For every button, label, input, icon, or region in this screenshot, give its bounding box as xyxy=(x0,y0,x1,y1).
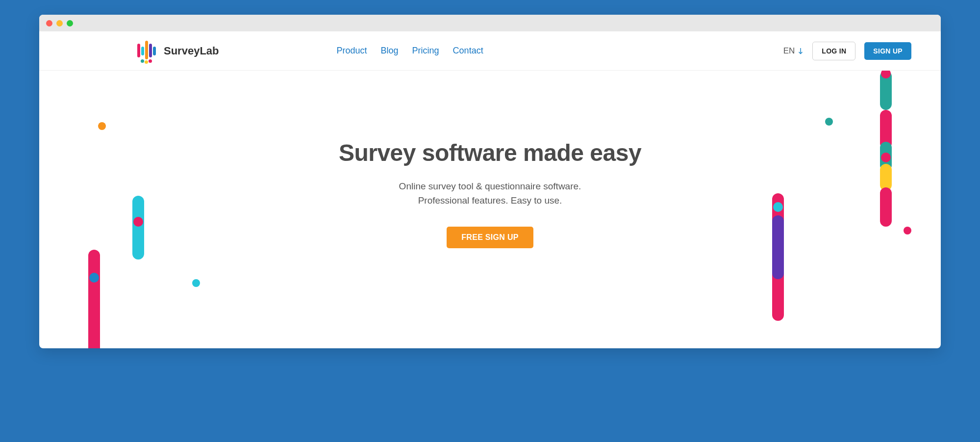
window-titlebar xyxy=(39,15,941,31)
window-minimize-icon[interactable] xyxy=(56,20,63,26)
language-label: EN xyxy=(783,46,795,56)
hero-section: Survey software made easy Online survey … xyxy=(39,71,941,348)
brand-logo[interactable]: SurveyLab xyxy=(137,40,219,62)
language-switcher[interactable]: EN xyxy=(783,46,804,56)
arrow-down-icon xyxy=(798,48,804,54)
deco-pill-icon xyxy=(880,187,892,227)
header-actions: EN LOG IN SIGN UP xyxy=(783,42,911,60)
primary-nav: Product Blog Pricing Contact xyxy=(337,46,483,56)
deco-pill-icon xyxy=(772,215,784,279)
deco-dot-icon xyxy=(98,122,106,130)
hero-subtitle: Online survey tool & questionnaire softw… xyxy=(399,179,581,208)
deco-dot-icon xyxy=(825,118,833,126)
deco-dot-icon xyxy=(881,153,891,162)
deco-pill-icon xyxy=(880,164,892,191)
deco-pill-icon xyxy=(88,250,100,348)
login-button[interactable]: LOG IN xyxy=(812,42,855,60)
deco-dot-icon xyxy=(192,279,200,287)
hero-title: Survey software made easy xyxy=(339,139,641,166)
brand-name: SurveyLab xyxy=(164,45,219,57)
hero-subtitle-line2: Professional features. Easy to use. xyxy=(418,195,562,206)
hero-subtitle-line1: Online survey tool & questionnaire softw… xyxy=(399,181,581,191)
nav-pricing[interactable]: Pricing xyxy=(412,46,439,56)
deco-pill-icon xyxy=(132,196,144,260)
deco-dot-icon xyxy=(133,217,143,227)
window-maximize-icon[interactable] xyxy=(67,20,73,26)
browser-window: SurveyLab Product Blog Pricing Contact E… xyxy=(39,15,941,348)
brand-logo-icon xyxy=(137,40,159,62)
window-close-icon[interactable] xyxy=(46,20,52,26)
deco-dot-icon xyxy=(773,202,783,212)
free-signup-button[interactable]: FREE SIGN UP xyxy=(447,227,533,248)
site-header: SurveyLab Product Blog Pricing Contact E… xyxy=(39,31,941,71)
nav-product[interactable]: Product xyxy=(337,46,367,56)
deco-dot-icon xyxy=(89,273,99,283)
signup-button[interactable]: SIGN UP xyxy=(864,42,911,60)
deco-dot-icon xyxy=(904,227,911,234)
nav-contact[interactable]: Contact xyxy=(453,46,483,56)
nav-blog[interactable]: Blog xyxy=(381,46,399,56)
deco-dot-icon xyxy=(881,130,891,139)
